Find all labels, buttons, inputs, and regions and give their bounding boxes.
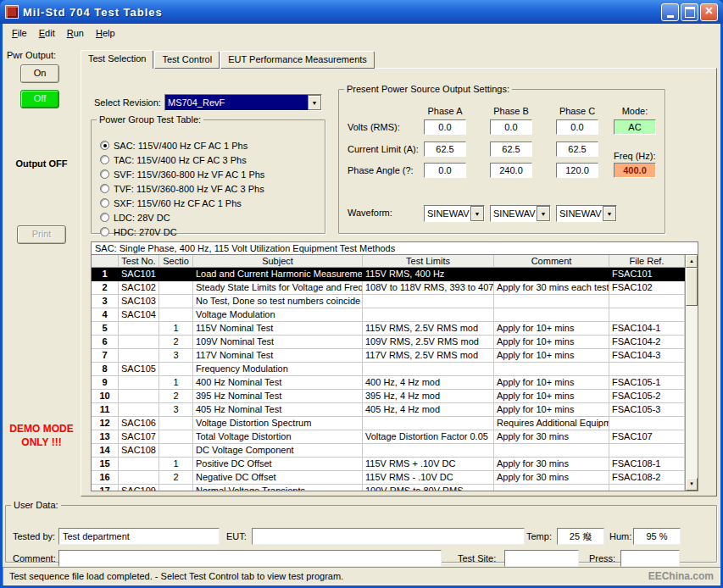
table-cell <box>609 363 685 376</box>
tab-eut-performance-measurements[interactable]: EUT Performance Measurements <box>220 51 375 69</box>
table-cell: 117V RMS, 2.5V RMS mod <box>363 349 494 363</box>
hum-input[interactable] <box>633 528 681 545</box>
table-caption: SAC: Single Phase, 400 Hz, 115 Volt Util… <box>91 241 698 255</box>
tested-by-input[interactable] <box>58 528 220 545</box>
power-group-option[interactable]: SAC: 115V/400 Hz CF AC 1 Phs <box>100 138 247 153</box>
title-bar[interactable]: Mil-Std 704 Test Tables <box>0 0 723 24</box>
power-group-option[interactable]: TAC: 115V/400 Hz CF AC 3 Phs <box>100 153 247 167</box>
power-group-option[interactable]: HDC: 270V DC <box>100 225 177 239</box>
chevron-down-icon[interactable]: ▼ <box>308 95 321 110</box>
table-scrollbar[interactable]: ▲ ▼ <box>685 255 698 491</box>
temp-input[interactable] <box>557 528 604 545</box>
current-phase-c-field[interactable] <box>556 141 598 157</box>
table-cell <box>119 403 159 417</box>
power-on-button[interactable]: On <box>20 64 59 83</box>
table-row[interactable]: 13SAC107Total Voltage DistortionVoltage … <box>92 430 685 444</box>
power-group-option[interactable]: SXF: 115V/60 Hz CF AC 1 Phs <box>100 196 242 210</box>
press-input[interactable] <box>620 550 680 567</box>
current-phase-a-field[interactable] <box>424 141 466 157</box>
scroll-up-button[interactable]: ▲ <box>686 255 698 268</box>
eut-input[interactable] <box>252 528 525 545</box>
menu-item-run[interactable]: Run <box>61 25 90 41</box>
table-row[interactable]: 62109V Nominal Test109V RMS, 2.5V RMS mo… <box>92 336 685 349</box>
table-row[interactable]: 4SAC104Voltage Modulation <box>92 308 685 322</box>
power-group-fieldset: Power Group Test Table: SAC: 115V/400 Hz… <box>91 114 325 234</box>
table-row[interactable]: 14SAC108DC Voltage Component <box>92 444 685 458</box>
table-cell: 10 <box>92 390 119 403</box>
table-row[interactable]: 17SAC109Normal Voltage Transients100V RM… <box>92 485 685 491</box>
menu-item-edit[interactable]: Edit <box>33 25 61 41</box>
power-group-option[interactable]: LDC: 28V DC <box>100 210 170 225</box>
waveform-select-phase-b[interactable]: SINEWAV ▼ <box>490 205 551 222</box>
chevron-down-icon[interactable]: ▼ <box>537 206 550 221</box>
table-row[interactable]: 102395 Hz Nominal Test395 Hz, 4 Hz modAp… <box>92 390 685 403</box>
table-cell <box>494 444 609 458</box>
table-cell <box>119 471 159 485</box>
table-cell: FSAC105-3 <box>609 403 685 417</box>
table-row[interactable]: 12SAC106Voltage Distortion SpectrumRequi… <box>92 417 685 430</box>
print-button[interactable]: Print <box>17 225 66 244</box>
chevron-down-icon[interactable]: ▼ <box>470 206 484 221</box>
table-cell: SAC103 <box>119 295 159 308</box>
menu-item-help[interactable]: Help <box>90 25 121 41</box>
table-row[interactable]: 3SAC103No Test, Done so test numbers coi… <box>92 295 685 308</box>
power-source-fieldset: Present Power Source Output Settings: Ph… <box>338 84 665 234</box>
table-cell <box>119 390 159 403</box>
table-row[interactable]: 91400 Hz Nominal Test400 Hz, 4 Hz modApp… <box>92 376 685 390</box>
table-row[interactable]: 73117V Nominal Test117V RMS, 2.5V RMS mo… <box>92 349 685 363</box>
power-group-option[interactable]: TVF: 115V/360-800 Hz VF AC 3 Phs <box>100 181 264 196</box>
power-group-option-label: TVF: 115V/360-800 Hz VF AC 3 Phs <box>114 184 264 194</box>
table-row[interactable]: 51115V Nominal Test115V RMS, 2.5V RMS mo… <box>92 322 685 336</box>
table-row[interactable]: 113405 Hz Nominal Test405 Hz, 4 Hz modAp… <box>92 403 685 417</box>
power-group-option[interactable]: SVF: 115V/360-800 Hz VF AC 1 Phs <box>100 167 264 181</box>
table-cell <box>119 336 159 349</box>
table-row[interactable]: 1SAC101Load and Current Harmonic Measure… <box>92 268 685 281</box>
demo-mode-line1: DEMO MODE <box>3 422 81 435</box>
table-cell: 115V RMS, 400 Hz <box>363 268 494 281</box>
tab-test-selection[interactable]: Test Selection <box>81 50 153 69</box>
table-cell: SAC102 <box>119 281 159 295</box>
table-cell: Voltage Distortion Spectrum <box>193 417 363 430</box>
power-group-legend: Power Group Test Table: <box>97 114 203 125</box>
scrollbar-thumb[interactable] <box>686 268 698 306</box>
table-cell: 16 <box>92 471 119 485</box>
phase-angle-c-field[interactable] <box>556 163 598 178</box>
table-cell: SAC105 <box>119 363 159 376</box>
volts-label: Volts (RMS): <box>348 122 400 132</box>
maximize-button[interactable] <box>681 3 698 21</box>
phase-angle-a-field[interactable] <box>424 163 466 178</box>
comment-input[interactable] <box>58 550 442 567</box>
table-cell: SAC106 <box>119 417 159 430</box>
table-cell: 115V RMS - .10V DC <box>363 471 494 485</box>
waveform-select-phase-a[interactable]: SINEWAV ▼ <box>424 205 485 222</box>
phase-angle-b-field[interactable] <box>490 163 532 178</box>
volts-phase-b-field[interactable] <box>490 119 532 135</box>
table-cell: Apply for 10+ mins <box>494 349 609 363</box>
table-row[interactable]: 151Positive DC Offset115V RMS + .10V DCA… <box>92 458 685 471</box>
table-cell: FSAC108-1 <box>609 458 685 471</box>
test-site-input[interactable] <box>504 550 579 567</box>
revision-select[interactable]: MS704_RevF ▼ <box>164 94 322 111</box>
table-row[interactable]: 8SAC105Frequency Modulation <box>92 363 685 376</box>
tab-test-control[interactable]: Test Control <box>154 51 220 69</box>
table-cell: SAC107 <box>119 430 159 444</box>
radio-icon <box>100 198 109 208</box>
minimize-button[interactable] <box>661 3 679 21</box>
current-phase-b-field[interactable] <box>490 141 532 157</box>
waveform-c-value: SINEWAV <box>557 206 603 221</box>
table-cell: 2 <box>159 336 193 349</box>
test-table-header: Test No.SectioSubjectTest LimitsCommentF… <box>92 255 685 268</box>
waveform-select-phase-c[interactable]: SINEWAV ▼ <box>556 205 617 222</box>
table-cell: 400 Hz, 4 Hz mod <box>363 376 494 390</box>
power-off-button[interactable]: Off <box>20 90 59 108</box>
scroll-down-button[interactable]: ▼ <box>686 478 698 491</box>
menu-item-file[interactable]: File <box>6 25 33 41</box>
waveform-b-value: SINEWAV <box>491 206 537 221</box>
volts-phase-a-field[interactable] <box>424 119 466 135</box>
close-button[interactable] <box>700 3 718 21</box>
table-row[interactable]: 2SAC102Steady State Limits for Voltage a… <box>92 281 685 295</box>
volts-phase-c-field[interactable] <box>556 119 598 135</box>
chevron-down-icon[interactable]: ▼ <box>603 206 616 221</box>
table-row[interactable]: 162Negative DC Offset115V RMS - .10V DCA… <box>92 471 685 485</box>
phase-a-header: Phase A <box>424 106 466 116</box>
